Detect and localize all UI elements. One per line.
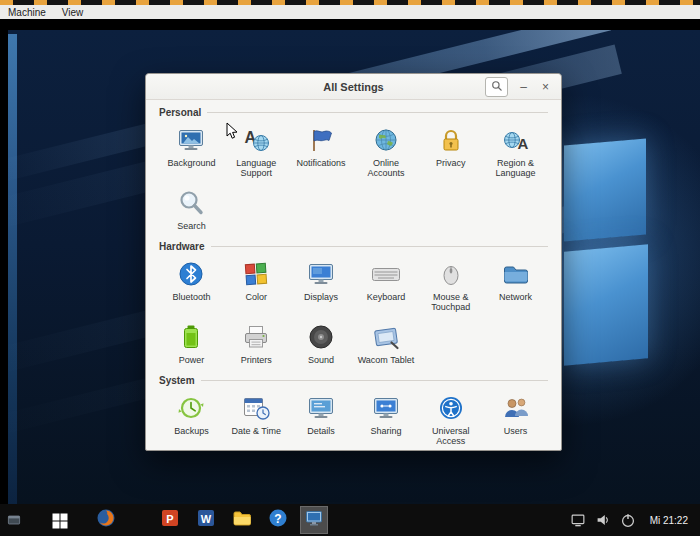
- settings-item-mouse-touchpad[interactable]: Mouse & Touchpad: [418, 258, 483, 313]
- taskbar-app-word[interactable]: W: [192, 506, 220, 534]
- sharing-monitor-icon: [370, 392, 402, 424]
- settings-item-language-support[interactable]: ALanguage Support: [224, 124, 289, 179]
- window-titlebar[interactable]: All Settings – ×: [146, 74, 561, 100]
- settings-item-label: Online Accounts: [354, 158, 419, 179]
- online-accounts-globe-icon: [370, 124, 402, 156]
- settings-item-label: Wacom Tablet: [354, 355, 419, 365]
- wacom-tablet-icon: [370, 321, 402, 353]
- settings-item-label: Region & Language: [483, 158, 548, 179]
- settings-item-keyboard[interactable]: Keyboard: [354, 258, 419, 313]
- settings-item-displays[interactable]: Displays: [289, 258, 354, 313]
- settings-item-label: Language Support: [224, 158, 289, 179]
- settings-item-network[interactable]: Network: [483, 258, 548, 313]
- settings-item-label: Displays: [289, 292, 354, 302]
- settings-item-search[interactable]: Search: [159, 187, 224, 231]
- settings-item-color[interactable]: Color: [224, 258, 289, 313]
- taskbar: PW? Mi 21:22: [0, 504, 700, 536]
- vm-screen: All Settings – × PersonalBackgroundALang…: [8, 30, 700, 504]
- settings-item-label: Color: [224, 292, 289, 302]
- close-button[interactable]: ×: [539, 81, 552, 93]
- settings-item-label: Backups: [159, 426, 224, 436]
- settings-item-power[interactable]: Power: [159, 321, 224, 365]
- settings-item-universal-access[interactable]: Universal Access: [418, 392, 483, 447]
- settings-item-date-time[interactable]: Date & Time: [224, 392, 289, 447]
- settings-item-privacy[interactable]: Privacy: [418, 124, 483, 179]
- settings-item-users[interactable]: Users: [483, 392, 548, 447]
- settings-item-background[interactable]: Background: [159, 124, 224, 179]
- taskbar-clock[interactable]: Mi 21:22: [650, 515, 688, 526]
- system-tray: Mi 21:22: [569, 511, 700, 529]
- taskbar-apps: PW?: [92, 506, 336, 534]
- language-support-icon: A: [240, 124, 272, 156]
- taskbar-app-settings-vm-window[interactable]: [300, 506, 328, 534]
- settings-item-sharing[interactable]: Sharing: [354, 392, 419, 447]
- firefox-icon: [96, 508, 116, 532]
- settings-item-notifications[interactable]: Notifications: [289, 124, 354, 179]
- settings-item-printers[interactable]: Printers: [224, 321, 289, 365]
- color-profile-icon: [240, 258, 272, 290]
- window-icon[interactable]: [6, 512, 22, 528]
- desktop: All Settings – × PersonalBackgroundALang…: [0, 19, 700, 504]
- svg-text:A: A: [517, 135, 528, 152]
- window-controls: – ×: [485, 77, 561, 97]
- powerpoint-icon: P: [160, 508, 180, 532]
- tray-icons: [569, 511, 637, 529]
- network-folder-icon: [500, 258, 532, 290]
- settings-grid-system: BackupsDate & TimeDetailsSharingUniversa…: [159, 392, 548, 447]
- section-title: Hardware: [159, 241, 205, 252]
- power-battery-icon: [175, 321, 207, 353]
- display-tray-icon[interactable]: [569, 511, 587, 529]
- start-button[interactable]: [50, 510, 70, 530]
- region-language-icon: A: [500, 124, 532, 156]
- svg-text:P: P: [166, 513, 173, 525]
- settings-item-label: Universal Access: [418, 426, 483, 447]
- taskbar-app-firefox[interactable]: [92, 506, 120, 534]
- power-tray-icon[interactable]: [619, 511, 637, 529]
- mouse-icon: [435, 258, 467, 290]
- volume-tray-icon[interactable]: [594, 511, 612, 529]
- display-window-icon: [304, 508, 324, 532]
- menu-item-view[interactable]: View: [62, 7, 84, 18]
- wallpaper-edge-glow: [8, 34, 17, 504]
- section-header-system: System: [159, 375, 548, 386]
- search-magnifier-icon: [175, 187, 207, 219]
- settings-item-online-accounts[interactable]: Online Accounts: [354, 124, 419, 179]
- privacy-lock-icon: [435, 124, 467, 156]
- settings-item-label: Background: [159, 158, 224, 168]
- users-icon: [500, 392, 532, 424]
- settings-item-sound[interactable]: Sound: [289, 321, 354, 365]
- section-divider: [211, 246, 548, 247]
- menu-item-machine[interactable]: Machine: [8, 7, 46, 18]
- settings-item-label: Bluetooth: [159, 292, 224, 302]
- windows-logo-pane: [564, 244, 648, 365]
- settings-item-region-language[interactable]: ARegion & Language: [483, 124, 548, 179]
- background-monitor-icon: [175, 124, 207, 156]
- settings-item-label: Keyboard: [354, 292, 419, 302]
- search-button[interactable]: [485, 77, 508, 97]
- settings-item-label: Sound: [289, 355, 354, 365]
- settings-item-label: Details: [289, 426, 354, 436]
- section-title: System: [159, 375, 195, 386]
- section-header-hardware: Hardware: [159, 241, 548, 252]
- settings-grid-hardware: BluetoothColorDisplaysKeyboardMouse & To…: [159, 258, 548, 365]
- settings-item-label: Power: [159, 355, 224, 365]
- details-monitor-icon: [305, 392, 337, 424]
- settings-item-wacom-tablet[interactable]: Wacom Tablet: [354, 321, 419, 365]
- svg-text:?: ?: [274, 512, 281, 526]
- minimize-button[interactable]: –: [517, 81, 530, 93]
- settings-item-label: Printers: [224, 355, 289, 365]
- taskbar-app-help[interactable]: ?: [264, 506, 292, 534]
- windows-logo-pane: [564, 138, 646, 241]
- settings-item-label: Notifications: [289, 158, 354, 168]
- settings-item-backups[interactable]: Backups: [159, 392, 224, 447]
- settings-item-details[interactable]: Details: [289, 392, 354, 447]
- taskbar-app-powerpoint[interactable]: P: [156, 506, 184, 534]
- date-time-icon: [240, 392, 272, 424]
- settings-item-bluetooth[interactable]: Bluetooth: [159, 258, 224, 313]
- sound-speaker-icon: [305, 321, 337, 353]
- help-icon: ?: [268, 508, 288, 532]
- settings-item-label: Network: [483, 292, 548, 302]
- settings-item-label: Mouse & Touchpad: [418, 292, 483, 313]
- taskbar-app-file-explorer[interactable]: [228, 506, 256, 534]
- magnifier-icon: [491, 78, 503, 96]
